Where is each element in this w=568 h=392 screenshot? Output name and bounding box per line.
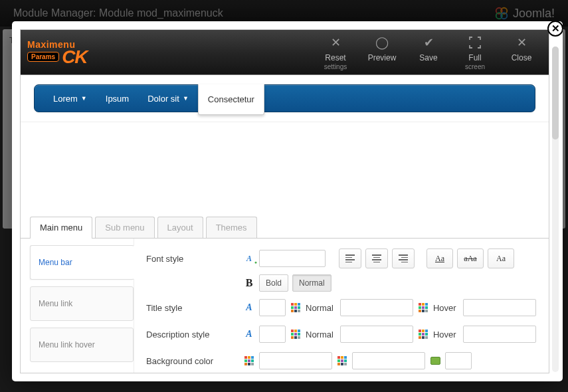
save-button[interactable]: ✔ Save bbox=[405, 35, 452, 70]
desc-size-input[interactable] bbox=[259, 326, 286, 343]
text-underline-button[interactable]: Aa bbox=[426, 248, 453, 268]
underline-icon: Aa bbox=[435, 254, 444, 264]
side-tab-menu-bar[interactable]: Menu bar bbox=[30, 245, 134, 280]
row-font-style: Font style A Aa aAa Aa bbox=[146, 245, 539, 272]
desc-hover-color-input[interactable] bbox=[463, 326, 536, 343]
tab-label: Themes bbox=[216, 223, 247, 233]
tab-label: Sub menu bbox=[105, 223, 144, 233]
close-label: Close bbox=[512, 53, 532, 62]
image-swatch-icon[interactable] bbox=[429, 355, 441, 367]
check-icon: ✔ bbox=[424, 35, 434, 50]
color-palette-icon[interactable] bbox=[290, 328, 302, 340]
menu-item-label: Consectetur bbox=[208, 94, 254, 104]
logo-params-badge: Params bbox=[27, 52, 59, 62]
logo-ck-text: CK bbox=[62, 50, 87, 64]
hover-color-label: Hover bbox=[433, 330, 456, 340]
text-strike-button[interactable]: aAa bbox=[457, 248, 484, 268]
params-modal: ✕ Maximenu Params CK ✕ Reset settings ◯ … bbox=[12, 21, 563, 381]
bg-color1-input[interactable] bbox=[259, 352, 332, 369]
bold-label: Bold bbox=[266, 278, 282, 288]
preview-button[interactable]: ◯ Preview bbox=[359, 35, 405, 70]
bold-button[interactable]: Bold bbox=[259, 274, 288, 292]
maximenu-logo: Maximenu Params CK bbox=[27, 37, 140, 68]
tab-main-menu[interactable]: Main menu bbox=[30, 217, 92, 238]
align-center-icon bbox=[372, 254, 381, 262]
side-tab-menu-link-hover[interactable]: Menu link hover bbox=[30, 328, 134, 362]
title-size-input[interactable] bbox=[259, 299, 286, 316]
row-description-style: Description style A Normal Hover bbox=[146, 321, 539, 347]
title-hover-color-input[interactable] bbox=[463, 299, 536, 316]
config-tabs: Main menu Sub menu Layout Themes bbox=[21, 217, 549, 239]
tab-themes[interactable]: Themes bbox=[206, 217, 257, 238]
scrollbar-thumb[interactable] bbox=[552, 47, 559, 140]
menu-item-dolor-sit[interactable]: Dolor sit ▼ bbox=[138, 85, 198, 112]
save-label: Save bbox=[419, 53, 437, 62]
side-tab-menu-link[interactable]: Menu link bbox=[30, 286, 134, 321]
color-palette-icon[interactable] bbox=[417, 302, 429, 314]
side-tab-label: Menu link hover bbox=[39, 340, 95, 349]
color-palette-icon[interactable] bbox=[290, 302, 302, 314]
row-background-color: Background color bbox=[146, 347, 539, 373]
text-none-button[interactable]: Aa bbox=[488, 248, 514, 268]
preview-label: Preview bbox=[368, 53, 397, 62]
normal-color-label: Normal bbox=[306, 303, 333, 313]
normal-label: Normal bbox=[299, 278, 325, 288]
title-font-icon: A bbox=[243, 302, 255, 314]
reset-sublabel: settings bbox=[324, 63, 347, 70]
menu-item-lorem[interactable]: Lorem ▼ bbox=[44, 85, 96, 112]
chevron-down-icon: ▼ bbox=[81, 95, 87, 102]
bg-color2-input[interactable] bbox=[352, 352, 425, 369]
align-right-button[interactable] bbox=[392, 248, 415, 268]
fullscreen-button[interactable]: Full screen bbox=[452, 35, 498, 70]
close-x-icon-2: ✕ bbox=[517, 35, 527, 50]
tab-sub-menu[interactable]: Sub menu bbox=[95, 217, 154, 238]
modal-content: Maximenu Params CK ✕ Reset settings ◯ Pr… bbox=[20, 29, 549, 373]
menu-item-label: Ipsum bbox=[106, 94, 129, 104]
row-title-style: Title style A Normal Hover bbox=[146, 294, 539, 321]
normal-weight-button[interactable]: Normal bbox=[292, 274, 331, 292]
menu-item-ipsum[interactable]: Ipsum bbox=[96, 85, 138, 112]
label-bg-color: Background color bbox=[146, 356, 239, 366]
preview-whitespace bbox=[21, 122, 549, 215]
strike-icon: aAa bbox=[464, 254, 476, 264]
tab-label: Layout bbox=[167, 223, 193, 233]
side-tab-label: Menu link bbox=[39, 299, 72, 308]
close-x-icon: ✕ bbox=[331, 35, 341, 50]
font-family-icon: A bbox=[243, 252, 255, 264]
bold-icon: B bbox=[243, 277, 255, 289]
normal-color-label: Normal bbox=[306, 330, 333, 340]
reset-label: Reset bbox=[325, 53, 345, 62]
modal-scrollbar[interactable] bbox=[552, 47, 559, 372]
modal-close-button[interactable]: ✕ bbox=[547, 21, 563, 37]
color-palette-icon[interactable] bbox=[417, 328, 429, 340]
label-font-style: Font style bbox=[146, 254, 239, 264]
hover-color-label: Hover bbox=[433, 303, 456, 313]
menu-item-label: Lorem bbox=[53, 94, 78, 104]
desc-normal-color-input[interactable] bbox=[340, 326, 413, 343]
color-palette-icon[interactable] bbox=[243, 355, 255, 367]
plain-icon: Aa bbox=[496, 254, 506, 264]
align-left-button[interactable] bbox=[339, 248, 361, 268]
font-family-input[interactable] bbox=[259, 250, 326, 267]
circle-icon: ◯ bbox=[375, 35, 389, 50]
align-center-button[interactable] bbox=[365, 248, 388, 268]
color-palette-icon[interactable] bbox=[336, 355, 348, 367]
full-sublabel: screen bbox=[465, 63, 485, 70]
menu-item-consectetur[interactable]: Consectetur bbox=[198, 84, 264, 115]
config-panel: Menu bar Menu link Menu link hover Font … bbox=[21, 239, 549, 373]
tab-layout[interactable]: Layout bbox=[157, 217, 203, 238]
row-font-weight: B Bold Normal bbox=[146, 272, 539, 294]
preview-menu-bar: Lorem ▼ Ipsum Dolor sit ▼ Consectetur bbox=[34, 84, 535, 112]
label-title-style: Title style bbox=[146, 303, 239, 313]
fullscreen-icon bbox=[469, 35, 481, 50]
chevron-down-icon: ▼ bbox=[183, 95, 189, 102]
title-normal-color-input[interactable] bbox=[340, 299, 413, 316]
side-tab-label: Menu bar bbox=[39, 258, 72, 267]
menu-item-label: Dolor sit bbox=[147, 94, 179, 104]
menu-preview-area: Lorem ▼ Ipsum Dolor sit ▼ Consectetur bbox=[21, 75, 549, 122]
bg-image-input[interactable] bbox=[445, 352, 472, 369]
full-label: Full bbox=[468, 53, 481, 62]
reset-settings-button[interactable]: ✕ Reset settings bbox=[312, 35, 359, 70]
close-icon: ✕ bbox=[551, 23, 560, 35]
close-button[interactable]: ✕ Close bbox=[498, 35, 545, 70]
